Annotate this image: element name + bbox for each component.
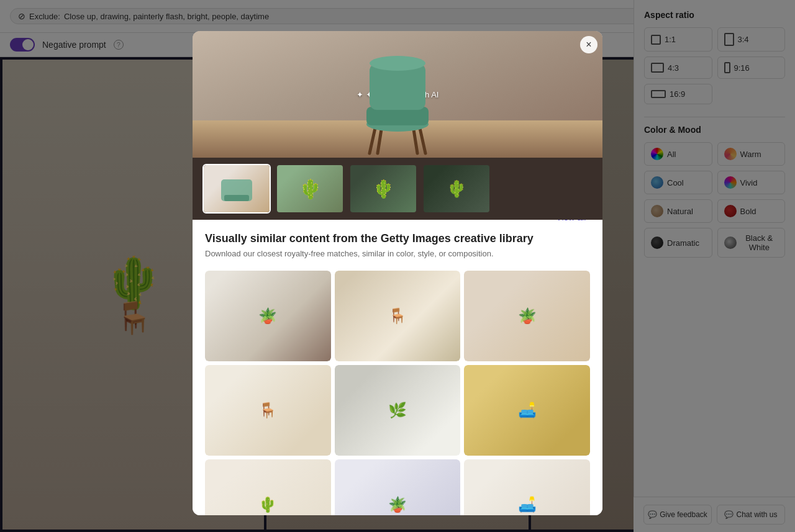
svg-line-0 xyxy=(370,125,376,153)
thumbnail-4-inner: 🌵 xyxy=(424,165,489,212)
view-all-label: View all xyxy=(556,220,586,222)
modal-header-image: ✦ ✦ Generated with AI × xyxy=(193,31,602,158)
view-all-arrow: › xyxy=(587,220,590,222)
thumbnail-2[interactable]: 🌵 xyxy=(276,164,344,214)
thumbnail-4[interactable]: 🌵 xyxy=(422,164,491,214)
similar-image-3[interactable]: 🪴 xyxy=(464,271,590,361)
similar-images-grid: 🪴 🪑 🪴 xyxy=(205,271,590,515)
thumbnail-3[interactable]: 🌵 xyxy=(349,164,417,214)
thumbnail-1[interactable] xyxy=(202,164,271,214)
thumbnail-3-inner: 🌵 xyxy=(350,165,416,212)
similar-section-subtext: Download our closest royalty-free matche… xyxy=(205,249,534,258)
similar-image-7[interactable]: 🌵 xyxy=(205,459,331,515)
similar-section-heading: Visually similar content from the Getty … xyxy=(205,232,534,245)
svg-rect-9 xyxy=(224,195,249,201)
similar-image-9[interactable]: 🛋️ xyxy=(464,459,590,515)
similar-image-5[interactable]: 🌿 xyxy=(335,365,461,456)
similar-image-8[interactable]: 🪴 xyxy=(335,459,461,515)
svg-line-1 xyxy=(419,125,425,153)
thumb-1-svg xyxy=(212,170,261,207)
thumbnail-1-inner xyxy=(204,165,270,212)
similar-image-1[interactable]: 🪴 xyxy=(205,271,331,361)
modal-thumbnails-strip: 🌵 🌵 🌵 xyxy=(193,158,602,220)
thumbnail-2-inner: 🌵 xyxy=(277,165,343,212)
similar-image-6[interactable]: 🛋️ xyxy=(464,365,590,456)
modal-body: Visually similar content from the Getty … xyxy=(193,220,602,515)
view-all-link[interactable]: View all › xyxy=(556,220,590,222)
similar-image-4[interactable]: 🪑 xyxy=(205,365,331,456)
modal-overlay: ✦ ✦ Generated with AI × 🌵 xyxy=(0,0,795,532)
svg-point-7 xyxy=(370,56,425,71)
similar-image-2[interactable]: 🪑 xyxy=(335,271,461,361)
chair-svg xyxy=(342,32,453,156)
modal-dialog: ✦ ✦ Generated with AI × 🌵 xyxy=(193,31,602,515)
modal-close-button[interactable]: × xyxy=(580,36,597,53)
